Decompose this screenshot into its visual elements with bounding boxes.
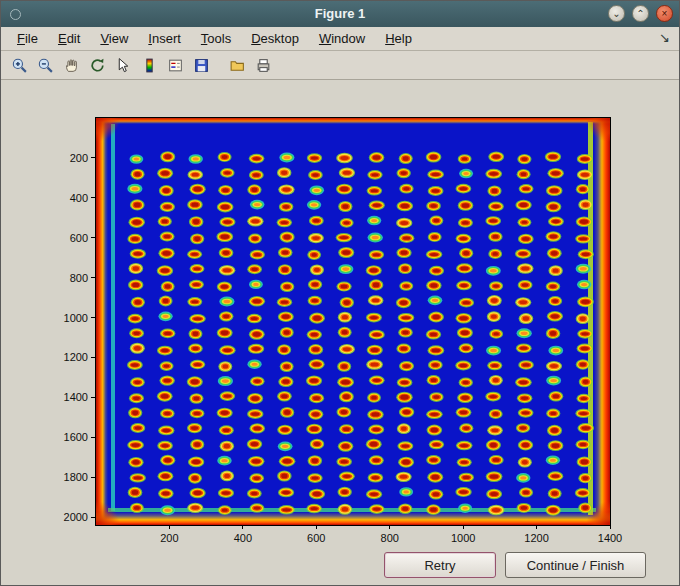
- y-tick-mark: [91, 477, 95, 478]
- x-tick-label: 400: [234, 532, 252, 544]
- continue-finish-button[interactable]: Continue / Finish: [505, 552, 646, 578]
- rotate-3d-button[interactable]: [85, 53, 109, 77]
- y-tick-mark: [91, 517, 95, 518]
- x-tick-label: 800: [381, 532, 399, 544]
- x-tick-label: 200: [160, 532, 178, 544]
- menubar: File Edit View Insert Tools Desktop Wind…: [1, 27, 679, 51]
- y-tick-mark: [91, 277, 95, 278]
- titlebar[interactable]: Figure 1 ⌄ ⌃ ×: [1, 1, 679, 27]
- data-cursor-button[interactable]: [111, 53, 135, 77]
- x-tick-label: 1400: [598, 532, 622, 544]
- zoom-in-button[interactable]: [7, 53, 31, 77]
- y-tick-label: 1600: [52, 431, 88, 443]
- open-icon: [229, 57, 246, 74]
- x-tick-mark: [242, 525, 243, 529]
- y-tick-mark: [91, 317, 95, 318]
- zoom-out-icon: [37, 57, 54, 74]
- data-cursor-icon: [115, 57, 132, 74]
- retry-button[interactable]: Retry: [384, 552, 496, 578]
- pan-button[interactable]: [59, 53, 83, 77]
- y-tick-label: 1800: [52, 471, 88, 483]
- legend-button[interactable]: [163, 53, 187, 77]
- y-tick-label: 800: [52, 272, 88, 284]
- x-tick-mark: [463, 525, 464, 529]
- window-title: Figure 1: [1, 6, 679, 21]
- zoom-in-icon: [11, 57, 28, 74]
- y-tick-label: 1200: [52, 351, 88, 363]
- colorbar-icon: [141, 57, 158, 74]
- y-tick-label: 1000: [52, 312, 88, 324]
- menu-window[interactable]: Window: [309, 31, 375, 46]
- save-button[interactable]: [189, 53, 213, 77]
- x-tick-mark: [169, 525, 170, 529]
- menu-view[interactable]: View: [90, 31, 138, 46]
- x-tick-mark: [389, 525, 390, 529]
- menu-help[interactable]: Help: [375, 31, 422, 46]
- maximize-button[interactable]: ⌃: [632, 5, 649, 22]
- plate-image: [96, 118, 610, 525]
- y-tick-mark: [91, 397, 95, 398]
- x-tick-mark: [316, 525, 317, 529]
- dock-figure-icon[interactable]: ↘: [659, 30, 670, 45]
- menu-tools[interactable]: Tools: [191, 31, 241, 46]
- menu-edit[interactable]: Edit: [48, 31, 90, 46]
- colorbar-button[interactable]: [137, 53, 161, 77]
- x-tick-mark: [536, 525, 537, 529]
- y-tick-mark: [91, 157, 95, 158]
- menu-file[interactable]: File: [7, 31, 48, 46]
- pan-icon: [63, 57, 80, 74]
- y-tick-label: 600: [52, 232, 88, 244]
- y-tick-mark: [91, 437, 95, 438]
- save-icon: [193, 57, 210, 74]
- y-tick-label: 200: [52, 152, 88, 164]
- figure-canvas-area: Retry Continue / Finish 2004006008001000…: [1, 80, 679, 585]
- print-icon: [255, 57, 272, 74]
- y-tick-label: 1400: [52, 391, 88, 403]
- legend-icon: [167, 57, 184, 74]
- plot-axes: [95, 117, 611, 526]
- y-tick-mark: [91, 197, 95, 198]
- y-tick-mark: [91, 357, 95, 358]
- menu-insert[interactable]: Insert: [138, 31, 191, 46]
- x-tick-label: 600: [307, 532, 325, 544]
- y-tick-mark: [91, 237, 95, 238]
- toolbar: [1, 51, 679, 80]
- y-tick-label: 2000: [52, 511, 88, 523]
- x-tick-mark: [610, 525, 611, 529]
- zoom-out-button[interactable]: [33, 53, 57, 77]
- toolbar-separator: [215, 55, 223, 75]
- x-tick-label: 1200: [524, 532, 548, 544]
- x-tick-label: 1000: [451, 532, 475, 544]
- close-button[interactable]: ×: [656, 5, 673, 22]
- figure-window: Figure 1 ⌄ ⌃ × File Edit View Insert Too…: [0, 0, 680, 586]
- minimize-button[interactable]: ⌄: [608, 5, 625, 22]
- rotate-3d-icon: [89, 57, 106, 74]
- print-button[interactable]: [251, 53, 275, 77]
- menu-desktop[interactable]: Desktop: [241, 31, 309, 46]
- y-tick-label: 400: [52, 192, 88, 204]
- open-button[interactable]: [225, 53, 249, 77]
